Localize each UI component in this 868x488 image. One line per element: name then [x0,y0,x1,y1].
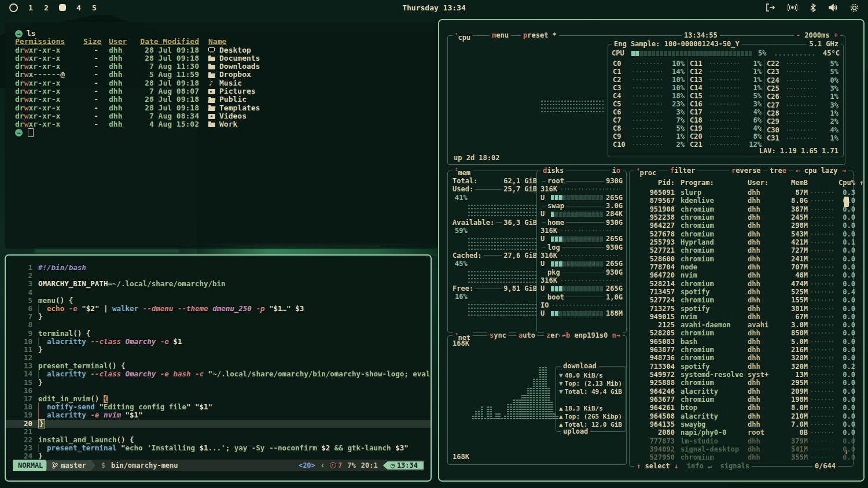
cursor-position: 20:1 [361,461,378,469]
film-icon [208,113,216,120]
process-row[interactable]: 964261btopdhh8.0M0.0 [633,404,849,412]
workspace-switcher[interactable]: 1245 [9,3,97,12]
process-row[interactable]: 528600chromiumdhh241M0.0 [633,255,849,263]
launcher-logo-icon[interactable] [9,3,18,12]
process-row[interactable]: 925888chromiumdhh295M0.0 [633,379,849,387]
diagnostics-badge[interactable]: 7 [330,461,342,469]
code-line-22[interactable]: 22install_and_launch() { [6,436,431,444]
process-row[interactable]: 713457spotifydhh525M0.4 [633,288,849,296]
process-row[interactable]: 964508alacrittydhh210M0.0 [633,412,849,420]
ls-row: drwxr-xr-x-dhh28 Jul 09:18Desktop [15,46,430,54]
workspace-3-active[interactable] [59,4,66,11]
workspace-2[interactable]: 2 [43,3,49,12]
code-line-2[interactable]: 2 [6,272,431,280]
code-line-6[interactable]: 6▏ echo -e "$2" | walker --dmenu --theme… [6,305,431,313]
process-row[interactable]: 964135swaybgdhh7.0M0.0 [633,420,849,428]
process-row[interactable]: 951908chromiumdhh387M0.0 [633,205,849,213]
git-branch-segment[interactable]: master [46,460,95,471]
code-line-3[interactable]: 3OMARCHY_BIN_PATH=~/.local/share/omarchy… [6,280,431,288]
process-row[interactable]: 527950chromiumdhh355M0.0 [633,453,849,461]
system-monitor-window-btop[interactable]: ¹cpu menu preset * 13:34:55 - 2000ms + u… [438,19,865,482]
shell-prompt-empty[interactable]: → [15,129,430,137]
process-row[interactable]: 2125avahi-daemonavahi3.0M0.0 [633,321,849,329]
settings-icon[interactable] [850,3,859,12]
code-line-19[interactable]: 19▏ alacritty -e nvim "$1" [6,411,431,419]
code-line-1[interactable]: 1#!/bin/bash [6,264,431,272]
code-line-12[interactable]: 12 [6,354,431,362]
process-row[interactable]: 964246alacrittydhh209M0.0 [633,387,849,395]
net-interface-selector[interactable]: ←b enp191s0 n→ [560,331,623,340]
process-row[interactable]: 964227chromiumdhh298M0.0 [633,221,849,230]
process-table: 965091slurpdhh87M0.3879567kdenlivedhh8.0… [633,188,849,461]
tree-button[interactable]: tree [767,167,789,175]
process-row[interactable]: 713304spotifydhh320M0.2 [633,363,849,371]
process-panel-title[interactable]: ⁴proc [634,167,659,178]
code-line-16[interactable]: 16 [6,387,431,395]
process-row[interactable]: 963677chromiumdhh198M0.0 [633,395,849,404]
code-line-9[interactable]: 9terminal() { [6,330,431,338]
process-row[interactable]: 965083bashdhh5.0M0.0 [633,338,849,346]
process-scrollbar[interactable] [844,197,849,207]
code-line-7[interactable]: 7} [6,313,431,321]
network-icon[interactable] [788,3,797,12]
process-row[interactable]: 394092signal-desktopdhh541M0.0 [633,445,849,453]
code-line-23[interactable]: 23▏ present_terminal "echo 'Installing $… [6,444,431,452]
code-line-13[interactable]: 13present_terminal() { [6,362,431,370]
code-line-21[interactable]: 21 [6,428,431,436]
process-row[interactable]: 963877chromiumdhh216M0.0 [633,346,849,354]
process-row[interactable]: 527724chromiumdhh155M0.0 [633,296,849,304]
process-row[interactable]: 2080napi/phy0-0root0B0.0 [633,428,849,437]
core-row-C15: C155% [690,92,762,100]
disks-panel-title[interactable]: disks [540,167,566,175]
cpu-total-meter [631,51,752,56]
process-row[interactable]: 948736chromiumdhh328M0.0 [633,354,849,362]
terminal-window-ls[interactable]: → ls PermissionsSizeUserDate ModifiedNam… [5,22,438,249]
process-row[interactable]: 965091slurpdhh87M0.3 [633,188,849,197]
scroll-down-icon[interactable]: ↓ [844,448,848,456]
reverse-button[interactable]: reverse [729,167,763,175]
code-line-15[interactable]: 15} [6,379,431,387]
code-line-11[interactable]: 11} [6,346,431,354]
process-table-header[interactable]: Pid:Program:User:MemBCpu% ↑ [633,179,849,187]
memory-panel-title[interactable]: ²mem [453,167,473,178]
process-row[interactable]: 549972systemd-resolvesyst+13M0.0 [633,371,849,379]
preset-button[interactable]: preset * [521,31,559,40]
process-row[interactable]: 777873lm-studiodhh379M0.0 [633,437,849,445]
sort-selector[interactable]: ← cpu lazy → [793,167,848,175]
cpu-panel-title[interactable]: ¹cpu [453,31,473,42]
code-line-14[interactable]: 14▏ alacritty --class Omarchy -e bash -c… [6,370,431,378]
process-row[interactable]: 528214chromiumdhh474M0.0 [633,279,849,287]
process-row[interactable]: 527721chromiumdhh727M0.0 [633,246,849,254]
code-line-20[interactable]: 20} [6,420,431,428]
process-row[interactable]: 952238chromiumdhh245M0.0 [633,213,849,221]
volume-icon[interactable] [829,3,837,12]
process-row[interactable]: 528285chromiumdhh850M0.0 [633,329,849,337]
editor-window-nvim[interactable]: 1#!/bin/bash23OMARCHY_BIN_PATH=~/.local/… [5,254,432,482]
update-interval-control[interactable]: - 2000ms + [794,31,840,40]
process-row[interactable]: 778704nodedhh707M0.0 [633,263,849,271]
logout-icon[interactable] [766,3,775,12]
net-auto-button[interactable]: auto [516,331,538,340]
process-row[interactable]: 527678chromiumdhh543M0.0 [633,230,849,238]
process-row[interactable]: 949015nvimdhh67M0.0 [633,313,849,321]
process-row[interactable]: 255793Hyprlanddhh421M0.1 [633,238,849,246]
menu-button[interactable]: menu [490,31,511,40]
process-row[interactable]: 879567kdenlivedhh8.0G0.0 [633,197,849,205]
workspace-4[interactable]: 4 [76,3,82,12]
code-line-10[interactable]: 10▏ alacritty --class Omarchy -e $1 [6,338,431,346]
code-line-4[interactable]: 4 [6,289,431,297]
code-line-18[interactable]: 18▏ notify-send "Editing config file" "$… [6,403,431,411]
code-line-17[interactable]: 17edit_in_nvim() { [6,395,431,403]
ls-row: drwx------@-dhh5 Aug 11:59Dropbox [15,71,430,79]
workspace-1[interactable]: 1 [28,3,34,12]
code-line-5[interactable]: 5menu() { [6,297,431,305]
process-row[interactable]: 713275spotifydhh381M0.0 [633,304,849,312]
net-sync-button[interactable]: sync [487,331,509,340]
process-footer-actions[interactable]: ↑ select ↓ info ↵ signals [634,462,752,471]
workspace-5[interactable]: 5 [91,3,97,12]
bluetooth-icon[interactable] [810,3,816,12]
code-line-8[interactable]: 8 [6,321,431,329]
filter-button[interactable]: filter [668,167,697,175]
io-mode-button[interactable]: io [610,167,623,175]
process-row[interactable]: 964720nvimdhh48M0.0 [633,271,849,279]
